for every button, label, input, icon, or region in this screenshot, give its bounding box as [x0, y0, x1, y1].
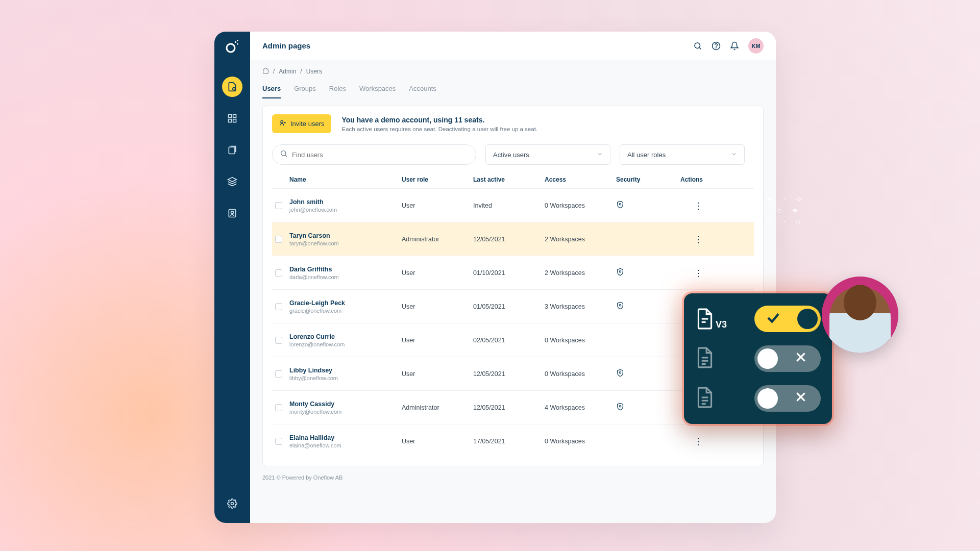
toggle-knob — [757, 388, 778, 409]
user-access: 4 Workspaces — [545, 404, 616, 411]
svg-point-4 — [233, 88, 235, 90]
user-role: Administrator — [402, 404, 473, 411]
table-row[interactable]: John smithjohn@oneflow.comUserInvited0 W… — [272, 188, 754, 222]
sidebar-item-dashboard[interactable] — [222, 108, 242, 129]
x-icon — [794, 350, 807, 367]
svg-point-21 — [281, 151, 286, 156]
breadcrumb-admin[interactable]: Admin — [279, 68, 296, 75]
sidebar-item-templates[interactable] — [222, 140, 242, 160]
search-box[interactable] — [272, 144, 476, 165]
user-avatar[interactable]: KM — [748, 38, 764, 54]
col-last-active: Last active — [473, 176, 545, 183]
user-name: Darla Griffiths — [289, 266, 402, 273]
user-last-active: 02/05/2021 — [473, 337, 545, 344]
row-actions-menu[interactable]: ⋯ — [693, 201, 704, 210]
shield-icon — [616, 403, 672, 412]
user-last-active: 12/05/2021 — [473, 236, 545, 243]
chevron-down-icon — [597, 151, 603, 159]
table-row[interactable]: Taryn Carsontaryn@oneflow.comAdministrat… — [272, 222, 754, 256]
user-last-active: 01/10/2021 — [473, 269, 545, 277]
tab-accounts[interactable]: Accounts — [409, 85, 436, 98]
col-name: Name — [289, 176, 402, 183]
filters: Active users All user roles — [272, 144, 754, 165]
user-email: john@oneflow.com — [289, 207, 402, 213]
svg-point-23 — [619, 204, 621, 205]
help-icon[interactable] — [712, 41, 721, 51]
banner-subtitle: Each active users requires one seat. Dea… — [341, 126, 537, 132]
user-last-active: 12/05/2021 — [473, 370, 545, 378]
search-input[interactable] — [292, 151, 469, 159]
user-role: User — [402, 337, 473, 344]
row-checkbox[interactable] — [275, 303, 282, 310]
user-email: monty@oneflow.com — [289, 409, 402, 415]
user-last-active: 12/05/2021 — [473, 404, 545, 411]
table-row[interactable]: Gracie-Leigh Peckgracie@oneflow.comUser0… — [272, 289, 754, 323]
toggle-v3[interactable] — [754, 306, 821, 332]
user-email: lorenzo@oneflow.com — [289, 341, 402, 347]
user-access: 2 Workspaces — [545, 236, 616, 243]
row-checkbox[interactable] — [275, 404, 282, 411]
row-checkbox[interactable] — [275, 202, 282, 209]
tab-groups[interactable]: Groups — [294, 85, 316, 98]
sidebar-item-documents[interactable] — [222, 77, 242, 97]
overlay-row-v3: V3 — [695, 306, 821, 332]
svg-point-18 — [281, 120, 283, 123]
roles-select[interactable]: All user roles — [620, 144, 745, 165]
row-checkbox[interactable] — [275, 438, 282, 445]
toggle-knob — [757, 348, 778, 369]
svg-rect-3 — [237, 43, 238, 45]
users-table: Name User role Last active Access Securi… — [272, 176, 754, 458]
row-checkbox[interactable] — [275, 337, 282, 344]
toggle-doc-2[interactable] — [754, 345, 821, 372]
table-row[interactable]: Monty Cassidymonty@oneflow.comAdministra… — [272, 390, 754, 424]
user-access: 3 Workspaces — [545, 303, 616, 310]
svg-rect-1 — [235, 41, 236, 43]
search-icon[interactable] — [693, 41, 702, 51]
breadcrumb-home-icon[interactable] — [262, 67, 269, 76]
row-checkbox[interactable] — [275, 370, 282, 378]
row-actions-menu[interactable]: ⋯ — [693, 235, 704, 243]
svg-point-26 — [619, 372, 621, 373]
permissions-overlay-card: V3 — [684, 293, 832, 424]
svg-rect-5 — [229, 115, 232, 118]
row-checkbox[interactable] — [275, 269, 282, 277]
tab-users[interactable]: Users — [262, 85, 281, 98]
document-icon — [695, 386, 715, 411]
bell-icon[interactable] — [730, 41, 739, 51]
shield-icon — [616, 201, 672, 210]
table-row[interactable]: Darla Griffithsdarla@oneflow.comUser01/1… — [272, 256, 754, 289]
tab-workspaces[interactable]: Workspaces — [359, 85, 396, 98]
sidebar-item-layers[interactable] — [222, 171, 242, 192]
svg-point-25 — [619, 305, 621, 306]
user-name: John smith — [289, 198, 402, 206]
status-select[interactable]: Active users — [485, 144, 610, 165]
svg-rect-9 — [229, 147, 235, 154]
tab-roles[interactable]: Roles — [329, 85, 346, 98]
col-role: User role — [402, 176, 473, 183]
table-row[interactable]: Elaina Hallidayelaina@oneflow.comUser17/… — [272, 424, 754, 458]
sidebar-item-settings[interactable] — [222, 493, 242, 514]
chevron-down-icon — [731, 151, 737, 159]
svg-point-13 — [231, 503, 234, 505]
footer-text: 2021 © Powered by Oneflow AB — [250, 466, 776, 491]
user-plus-icon — [279, 119, 286, 128]
toggle-knob — [797, 309, 818, 329]
svg-line-15 — [699, 47, 701, 49]
table-row[interactable]: Libby Lindseylibby@oneflow.comUser12/05/… — [272, 357, 754, 390]
user-access: 0 Workspaces — [545, 337, 616, 344]
row-actions-menu[interactable]: ⋯ — [693, 437, 704, 445]
invite-users-button[interactable]: Invite users — [272, 114, 331, 133]
overlay-row-2 — [695, 345, 821, 372]
sidebar-item-contacts[interactable] — [222, 203, 242, 223]
svg-line-22 — [285, 155, 287, 157]
user-access: 2 Workspaces — [545, 269, 616, 277]
row-checkbox[interactable] — [275, 236, 282, 243]
document-icon — [695, 346, 715, 371]
table-header: Name User role Last active Access Securi… — [272, 176, 754, 188]
breadcrumb-users[interactable]: Users — [306, 68, 322, 75]
toggle-doc-3[interactable] — [754, 385, 821, 412]
row-actions-menu[interactable]: ⋯ — [693, 268, 704, 277]
user-name: Monty Cassidy — [289, 400, 402, 408]
app-window: Admin pages KM / Admin / Users — [214, 32, 776, 523]
table-row[interactable]: Lorenzo Currielorenzo@oneflow.comUser02/… — [272, 323, 754, 357]
